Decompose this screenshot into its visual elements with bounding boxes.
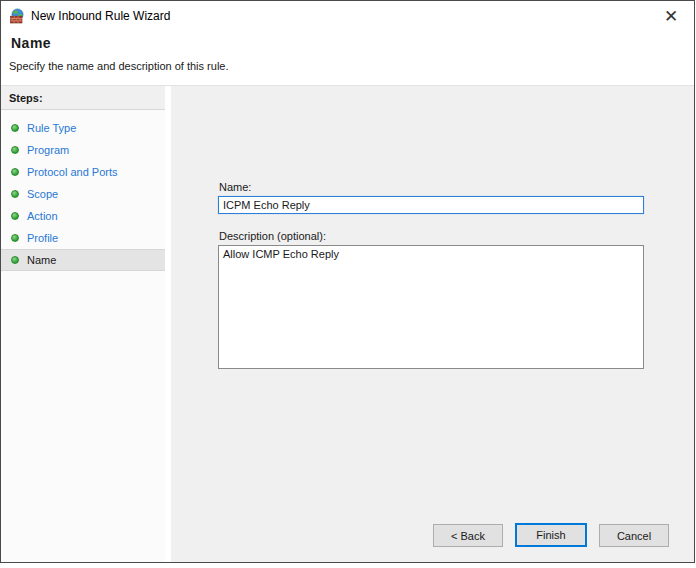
step-bullet-icon xyxy=(11,234,19,242)
wizard-window: New Inbound Rule Wizard ✕ Name Specify t… xyxy=(0,0,695,563)
step-label: Name xyxy=(27,254,56,266)
sidebar-item-profile[interactable]: Profile xyxy=(1,227,165,249)
rule-description-textarea[interactable]: Allow ICMP Echo Reply xyxy=(218,245,644,369)
step-label: Protocol and Ports xyxy=(27,166,118,178)
wizard-content-pane: Name: Description (optional): Allow ICMP… xyxy=(171,86,694,562)
back-button[interactable]: < Back xyxy=(433,524,503,547)
step-label: Program xyxy=(27,144,69,156)
sidebar-item-scope[interactable]: Scope xyxy=(1,183,165,205)
sidebar-item-protocol-and-ports[interactable]: Protocol and Ports xyxy=(1,161,165,183)
firewall-icon xyxy=(9,8,25,24)
sidebar-item-rule-type[interactable]: Rule Type xyxy=(1,117,165,139)
window-title: New Inbound Rule Wizard xyxy=(31,1,170,31)
sidebar-item-name[interactable]: Name xyxy=(1,249,165,271)
title-bar: New Inbound Rule Wizard ✕ xyxy=(1,1,694,31)
step-label: Action xyxy=(27,210,58,222)
steps-heading: Steps: xyxy=(1,86,165,110)
rule-name-input[interactable] xyxy=(218,196,644,214)
step-bullet-icon xyxy=(11,124,19,132)
steps-list: Rule Type Program Protocol and Ports Sco… xyxy=(1,117,165,271)
step-bullet-icon xyxy=(11,190,19,198)
step-bullet-icon xyxy=(11,146,19,154)
steps-sidebar: Steps: Rule Type Program Protocol and Po… xyxy=(1,86,165,562)
step-bullet-icon xyxy=(11,212,19,220)
screen: New Inbound Rule Wizard ✕ Name Specify t… xyxy=(0,0,696,568)
step-bullet-icon xyxy=(11,256,19,264)
step-label: Profile xyxy=(27,232,58,244)
finish-button[interactable]: Finish xyxy=(515,523,587,547)
sidebar-item-program[interactable]: Program xyxy=(1,139,165,161)
sidebar-item-action[interactable]: Action xyxy=(1,205,165,227)
cancel-button[interactable]: Cancel xyxy=(599,524,669,547)
page-subtitle: Specify the name and description of this… xyxy=(9,60,229,72)
close-icon[interactable]: ✕ xyxy=(656,3,686,29)
description-field-label: Description (optional): xyxy=(219,230,326,242)
page-title: Name xyxy=(11,35,51,51)
step-label: Scope xyxy=(27,188,58,200)
name-field-label: Name: xyxy=(219,181,251,193)
step-bullet-icon xyxy=(11,168,19,176)
step-label: Rule Type xyxy=(27,122,76,134)
